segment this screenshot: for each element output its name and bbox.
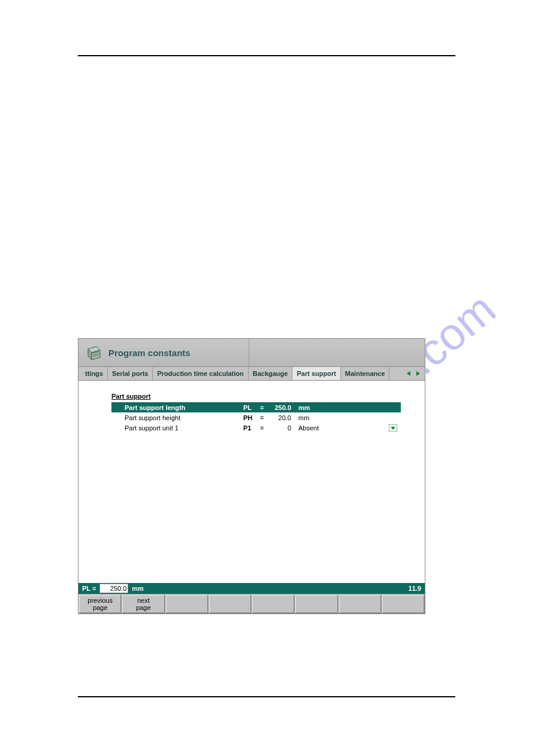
app-window: Program constants ttings Serial ports Pr… [78, 338, 425, 614]
tab-label: Part support [297, 370, 335, 377]
titlebar-left: Program constants [78, 339, 249, 366]
tab-part-support[interactable]: Part support [292, 367, 340, 380]
tab-scroll-left-icon[interactable] [404, 369, 413, 378]
field-label: Part support unit 1 [125, 424, 243, 432]
tab-label: Production time calculation [157, 370, 243, 377]
fkey-empty-6 [295, 594, 338, 614]
page-rule-top [78, 55, 455, 56]
field-part-support-length[interactable]: Part support length PL = 250.0 mm [111, 402, 401, 412]
fkey-empty-7 [338, 594, 382, 614]
tab-production-time[interactable]: Production time calculation [153, 367, 248, 380]
status-bar: PL = mm 11.9 [78, 583, 425, 594]
button-label: next page [136, 597, 150, 611]
field-part-support-unit-1[interactable]: Part support unit 1 P1 = 0 Absent [111, 423, 401, 433]
field-code: PL [243, 404, 260, 411]
status-index: 11.9 [409, 585, 421, 592]
field-unit: Absent [294, 424, 328, 432]
field-part-support-height[interactable]: Part support height PH = 20.0 mm [111, 412, 401, 423]
page-rule-bottom [78, 696, 455, 697]
field-code: PH [243, 414, 260, 421]
status-code: PL = [82, 585, 96, 592]
field-label: Part support length [125, 404, 243, 411]
tab-label: Backgauge [253, 370, 288, 377]
fkey-empty-8 [382, 594, 425, 614]
tab-label: ttings [85, 370, 103, 377]
tab-settings-partial[interactable]: ttings [81, 367, 108, 380]
equals: = [260, 414, 267, 421]
tab-scroll-right-icon[interactable] [414, 369, 422, 378]
tab-strip: ttings Serial ports Production time calc… [78, 367, 425, 381]
fkey-empty-4 [208, 594, 252, 614]
equals: = [260, 404, 267, 411]
status-unit: mm [132, 585, 144, 592]
titlebar: Program constants [78, 339, 425, 367]
tab-nav [402, 369, 425, 378]
app-icon [86, 344, 102, 361]
tab-label: Serial ports [112, 370, 149, 377]
status-value-input[interactable] [99, 584, 128, 593]
field-value: 250.0 [267, 404, 294, 411]
fkey-empty-5 [252, 594, 295, 614]
content-area: Part support Part support length PL = 25… [78, 381, 425, 583]
next-page-button[interactable]: next page [122, 594, 165, 614]
field-unit: mm [294, 404, 328, 411]
svg-marker-6 [407, 371, 410, 376]
svg-marker-7 [416, 371, 420, 376]
field-unit: mm [294, 414, 328, 421]
titlebar-right [249, 339, 425, 366]
previous-page-button[interactable]: previous page [78, 594, 122, 614]
fkey-empty-3 [165, 594, 208, 614]
field-value: 20.0 [267, 414, 294, 421]
tab-backgauge[interactable]: Backgauge [249, 367, 293, 380]
page-title: Program constants [108, 348, 191, 358]
field-value: 0 [267, 424, 294, 432]
section-heading: Part support [111, 393, 401, 400]
field-code: P1 [243, 424, 260, 432]
tab-serial-ports[interactable]: Serial ports [108, 367, 153, 380]
function-key-row: previous page next page [78, 594, 425, 614]
dropdown-icon[interactable] [389, 424, 397, 432]
button-label: previous page [87, 597, 113, 611]
field-label: Part support height [125, 414, 243, 421]
equals: = [260, 424, 267, 432]
tab-maintenance[interactable]: Maintenance [341, 367, 390, 380]
tab-label: Maintenance [345, 370, 385, 377]
